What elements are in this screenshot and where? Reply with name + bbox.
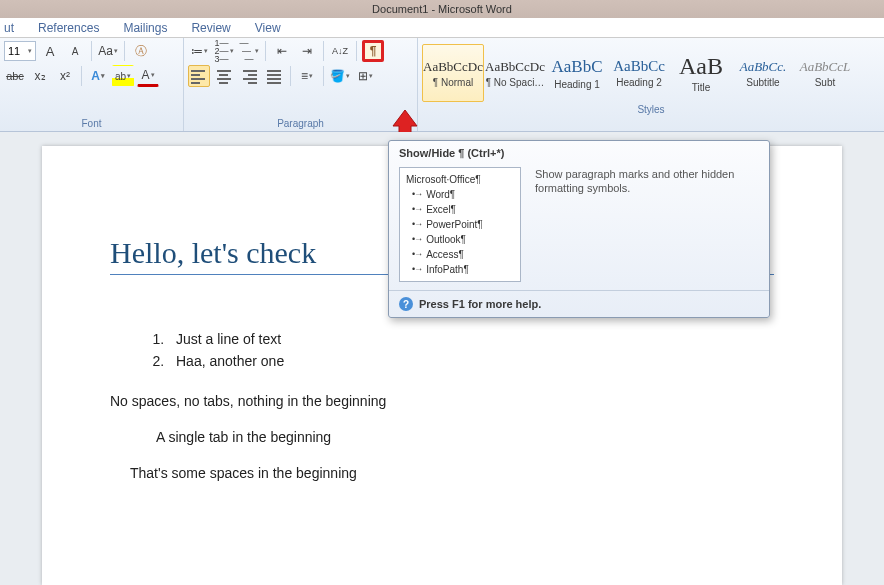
bullets-button[interactable]: ≔ (188, 40, 210, 62)
numbering-button[interactable]: 1—2—3— (213, 40, 235, 62)
style-tile-heading-2[interactable]: AaBbCcHeading 2 (608, 44, 670, 102)
group-launcher-font[interactable]: Font (4, 116, 179, 131)
tab-mailings[interactable]: Mailings (123, 21, 167, 35)
tab-cut[interactable]: ut (4, 21, 14, 35)
align-center-button[interactable] (213, 65, 235, 87)
grow-font-button[interactable]: A (39, 40, 61, 62)
decrease-indent-button[interactable]: ⇤ (271, 40, 293, 62)
group-paragraph: ≔ 1—2—3— — — — ⇤ ⇥ A↓Z ¶ ≡ 🪣 ⊞ (184, 38, 418, 131)
tab-view[interactable]: View (255, 21, 281, 35)
shading-button[interactable]: 🪣 (329, 65, 351, 87)
highlight-button[interactable]: ab (112, 65, 134, 87)
group-styles: AaBbCcDc¶ NormalAaBbCcDc¶ No Spaci…AaBbC… (418, 38, 884, 131)
shrink-font-button[interactable]: A (64, 40, 86, 62)
align-left-button[interactable] (188, 65, 210, 87)
doc-paragraph[interactable]: No spaces, no tabs, nothing in the begin… (110, 393, 774, 409)
line-spacing-button[interactable]: ≡ (296, 65, 318, 87)
change-case-button[interactable]: Aa (97, 40, 119, 62)
multilevel-button[interactable]: — — — (238, 40, 260, 62)
font-color-button[interactable]: A (137, 65, 159, 87)
text-effects-button[interactable]: A (87, 65, 109, 87)
clear-formatting-button[interactable]: Ⓐ (130, 40, 152, 62)
help-icon: ? (399, 297, 413, 311)
tooltip-title: Show/Hide ¶ (Ctrl+*) (389, 141, 769, 163)
style-tile-subt[interactable]: AaBbCcLSubt (794, 44, 856, 102)
group-font: 11 A A Aa Ⓐ abc x₂ x² A ab A Font (0, 38, 184, 131)
ribbon: 11 A A Aa Ⓐ abc x₂ x² A ab A Font ≔ (0, 38, 884, 132)
subscript-button[interactable]: x₂ (29, 65, 51, 87)
tooltip-description: Show paragraph marks and other hidden fo… (535, 167, 759, 282)
justify-button[interactable] (263, 65, 285, 87)
increase-indent-button[interactable]: ⇥ (296, 40, 318, 62)
strikethrough-button[interactable]: abc (4, 65, 26, 87)
style-tile-heading-1[interactable]: AaBbCHeading 1 (546, 44, 608, 102)
tooltip-thumbnail: Microsoft·Office¶ Word¶ Excel¶ PowerPoin… (399, 167, 521, 282)
style-tile---normal[interactable]: AaBbCcDc¶ Normal (422, 44, 484, 102)
align-right-button[interactable] (238, 65, 260, 87)
style-tile---no-spaci-[interactable]: AaBbCcDc¶ No Spaci… (484, 44, 546, 102)
tooltip-footer[interactable]: ? Press F1 for more help. (389, 290, 769, 317)
doc-paragraph[interactable]: That's some spaces in the beginning (110, 465, 774, 481)
group-launcher-styles[interactable]: Styles (422, 102, 880, 117)
tab-references[interactable]: References (38, 21, 99, 35)
tooltip-show-hide: Show/Hide ¶ (Ctrl+*) Microsoft·Office¶ W… (388, 140, 770, 318)
window-titlebar: Document1 - Microsoft Word (0, 0, 884, 18)
ribbon-tabs: ut References Mailings Review View (0, 18, 884, 38)
borders-button[interactable]: ⊞ (354, 65, 376, 87)
sort-button[interactable]: A↓Z (329, 40, 351, 62)
doc-ordered-list[interactable]: Just a line of text Haa, another one (168, 331, 774, 369)
font-size-input[interactable]: 11 (4, 41, 36, 61)
list-item[interactable]: Haa, another one (168, 353, 774, 369)
group-launcher-paragraph[interactable]: Paragraph (188, 116, 413, 131)
doc-paragraph[interactable]: A single tab in the beginning (110, 429, 774, 445)
style-tile-subtitle[interactable]: AaBbCc.Subtitle (732, 44, 794, 102)
list-item[interactable]: Just a line of text (168, 331, 774, 347)
tab-review[interactable]: Review (191, 21, 230, 35)
style-tile-title[interactable]: AaBTitle (670, 44, 732, 102)
show-hide-pilcrow-button[interactable]: ¶ (362, 40, 384, 62)
superscript-button[interactable]: x² (54, 65, 76, 87)
